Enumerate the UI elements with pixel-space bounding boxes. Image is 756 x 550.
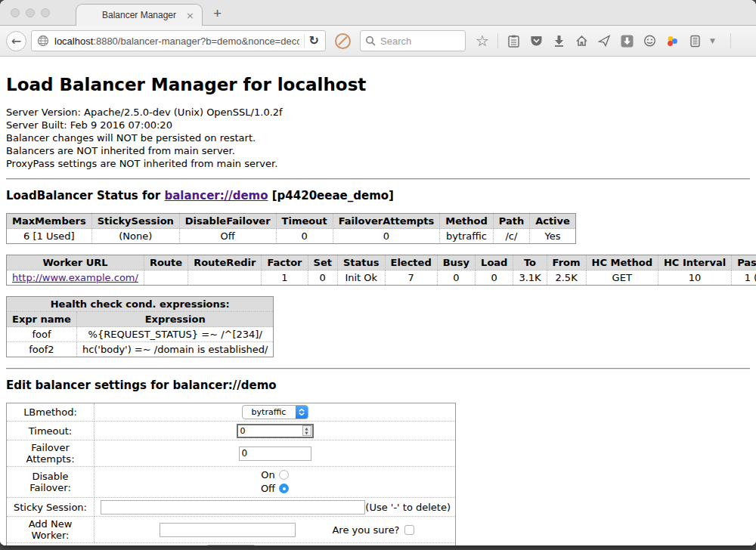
- failover-attempts-input[interactable]: [239, 446, 311, 461]
- table-title-row: Health check cond. expressions:: [7, 297, 274, 312]
- radio-off-label: Off: [261, 483, 275, 494]
- home-icon[interactable]: [574, 33, 589, 48]
- select-stepper-icon: [296, 405, 308, 419]
- server-info: Server Version: Apache/2.5.0-dev (Unix) …: [6, 106, 750, 170]
- status-heading: LoadBalancer Status for balancer://demo …: [6, 189, 750, 202]
- reading-list-icon[interactable]: [506, 33, 521, 48]
- lbmethod-selected-value: bytraffic: [243, 407, 296, 417]
- table-row: http://www.example.com/ 1 0 Init Ok 7 0 …: [7, 270, 756, 286]
- tab-balancer-manager[interactable]: Balancer Manager ×: [76, 4, 203, 26]
- failover-attempts-row: Failover Attempts:: [7, 440, 456, 467]
- table-row: foof %{REQUEST_STATUS} =~ /^[234]/: [7, 327, 274, 342]
- session-manager-icon[interactable]: [687, 33, 702, 48]
- worker-url-link[interactable]: http://www.example.com/: [12, 272, 138, 283]
- persist-note-line: Balancer changes will NOT be persisted o…: [6, 131, 750, 144]
- disable-failover-label: Disable Failover:: [7, 467, 94, 498]
- browser-window: Balancer Manager × + ← localhost:8880/ba…: [0, 0, 756, 545]
- lbmethod-select[interactable]: bytraffic: [242, 405, 308, 419]
- overflow-caret-icon[interactable]: ▼: [710, 37, 715, 45]
- back-button[interactable]: ←: [6, 31, 26, 51]
- disable-failover-row: Disable Failover: On Off: [7, 467, 456, 498]
- table-header-row: MaxMembers StickySession DisableFailover…: [7, 214, 576, 229]
- page-content: Load Balancer Manager for localhost Serv…: [0, 57, 756, 545]
- edit-settings-heading: Edit balancer settings for balancer://de…: [6, 379, 750, 392]
- divider: [6, 368, 750, 369]
- url-bar[interactable]: localhost:8880/balancer-manager?b=demo&n…: [31, 30, 326, 51]
- radio-on[interactable]: [279, 470, 289, 480]
- search-icon: [365, 36, 376, 46]
- table-header-row: Worker URL Route RouteRedir Factor Set S…: [7, 255, 756, 270]
- tab-title: Balancer Manager: [102, 10, 176, 20]
- balancer-demo-link[interactable]: balancer://demo: [164, 189, 268, 202]
- close-window-button[interactable]: [11, 8, 20, 17]
- navigation-toolbar: ← localhost:8880/balancer-manager?b=demo…: [0, 26, 756, 57]
- submit-button[interactable]: Submit: [206, 545, 256, 545]
- sticky-session-label: Sticky Session:: [7, 498, 94, 517]
- page-title: Load Balancer Manager for localhost: [6, 57, 750, 94]
- downloads-icon[interactable]: [551, 33, 566, 48]
- back-icon: ←: [11, 34, 21, 48]
- timeout-row: Timeout: ▲▼: [7, 422, 456, 440]
- site-identity-globe-icon[interactable]: [37, 35, 49, 47]
- server-version-line: Server Version: Apache/2.5.0-dev (Unix) …: [6, 106, 750, 119]
- radio-on-label: On: [261, 469, 274, 480]
- url-text[interactable]: localhost:8880/balancer-manager?b=demo&n…: [54, 36, 299, 47]
- new-tab-button[interactable]: +: [213, 5, 222, 22]
- are-you-sure-label: Are you sure?: [332, 524, 399, 536]
- toolbar-icons: ☆: [475, 33, 756, 48]
- extension-download-icon[interactable]: [619, 33, 634, 48]
- tab-bar: Balancer Manager × +: [0, 0, 756, 26]
- proxypass-note-line: ProxyPass settings are NOT inherited fro…: [6, 157, 750, 170]
- menu-icon[interactable]: [739, 33, 752, 48]
- timeout-label: Timeout:: [7, 422, 94, 440]
- table-row: foof2 hc('body') =~ /domain is establish…: [7, 342, 274, 357]
- reload-button[interactable]: ↻: [309, 35, 319, 47]
- table-header-row: Expr name Expression: [7, 312, 274, 327]
- minimize-window-button[interactable]: [26, 8, 35, 17]
- colored-dots-extension-icon[interactable]: [665, 33, 680, 48]
- window-controls: [11, 8, 50, 17]
- send-tab-icon[interactable]: [596, 33, 612, 48]
- number-spinner-icon[interactable]: ▲▼: [302, 425, 311, 436]
- search-bar[interactable]: [360, 30, 466, 51]
- balancer-settings-form: LBmethod: bytraffic Timeout:: [6, 403, 456, 545]
- sticky-session-input[interactable]: [101, 500, 365, 514]
- submit-row: Submit: [7, 543, 456, 546]
- server-built-line: Server Built: Feb 9 2016 07:00:20: [6, 119, 750, 131]
- worker-table: Worker URL Route RouteRedir Factor Set S…: [6, 255, 756, 286]
- tab-close-icon[interactable]: ×: [186, 11, 194, 20]
- lbmethod-row: LBmethod: bytraffic: [7, 403, 456, 422]
- add-worker-input[interactable]: [160, 523, 296, 537]
- add-worker-label: Add New Worker:: [7, 517, 94, 543]
- url-host: localhost: [54, 36, 93, 47]
- sticky-session-hint: (Use '-' to delete): [365, 502, 451, 513]
- health-check-table: Health check cond. expressions: Expr nam…: [6, 296, 274, 357]
- balancer-status-table: MaxMembers StickySession DisableFailover…: [6, 213, 576, 244]
- zoom-window-button[interactable]: [41, 8, 50, 17]
- failover-attempts-label: Failover Attempts:: [7, 440, 94, 467]
- radio-off[interactable]: [279, 484, 289, 493]
- url-path: :8880/balancer-manager?b=demo&nonce=decc…: [93, 36, 299, 47]
- forum-smiley-icon[interactable]: [642, 33, 657, 48]
- are-you-sure-checkbox[interactable]: [404, 525, 414, 535]
- table-row: 6 [1 Used] (None) Off 0 0 bytraffic /c/ …: [7, 229, 576, 244]
- add-worker-row: Add New Worker: Are you sure?: [7, 517, 456, 543]
- divider: [6, 178, 750, 180]
- bookmark-star-icon[interactable]: ☆: [475, 33, 490, 48]
- pocket-icon[interactable]: [528, 33, 544, 48]
- content-blocker-icon[interactable]: [335, 33, 351, 49]
- lbmethod-label: LBmethod:: [7, 403, 94, 422]
- search-input[interactable]: [380, 36, 456, 47]
- timeout-input[interactable]: ▲▼: [237, 424, 314, 438]
- sticky-session-row: Sticky Session: (Use '-' to delete): [7, 498, 456, 517]
- inherit-note-line: Balancers are NOT inherited from main se…: [6, 144, 750, 157]
